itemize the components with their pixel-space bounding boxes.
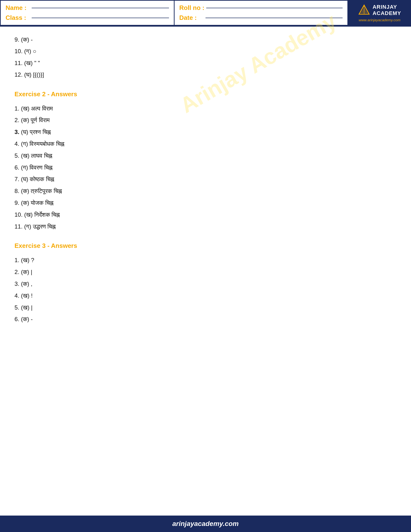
class-label: Class : bbox=[6, 14, 30, 21]
list-item: 6. (ग) विवरण चिह्न bbox=[15, 162, 396, 174]
class-line[interactable] bbox=[32, 18, 169, 18]
footer-url: arinjayacademy.com bbox=[172, 520, 239, 527]
list-item: 11. (ख) " " bbox=[15, 57, 396, 69]
date-label: Date : bbox=[179, 14, 204, 21]
list-item: 10. (ख) निर्देशक चिह्न bbox=[15, 209, 396, 221]
arinjay-logo-icon bbox=[358, 4, 370, 16]
list-item: 1. (ख) ? bbox=[15, 254, 396, 266]
list-item: 1. (ख) अल्प विराम bbox=[15, 103, 396, 115]
list-item: 5. (ख) | bbox=[15, 302, 396, 314]
list-item: 2. (क) | bbox=[15, 266, 396, 278]
rollno-line[interactable] bbox=[206, 8, 343, 8]
page-header: Name : Class : Roll no : Date : ARINJAY bbox=[0, 0, 411, 27]
list-item: 9. (क) - bbox=[15, 34, 396, 46]
logo-text: ARINJAY ACADEMY bbox=[373, 4, 401, 17]
exercise3-heading: Exercise 3 - Answers bbox=[15, 242, 396, 249]
list-item: 6. (क) - bbox=[15, 314, 396, 325]
list-item: 8. (क) त्रुटिपूरक चिह्न bbox=[15, 185, 396, 197]
name-line[interactable] bbox=[32, 8, 169, 8]
list-item: 11. (ग) उद्धरण चिह्न bbox=[15, 221, 396, 233]
list-item: 4. (ग) विस्मयबोधक चिह्न bbox=[15, 138, 396, 150]
header-rollno-date: Roll no : Date : bbox=[175, 0, 348, 26]
list-item: 7. (घ) कोष्ठक चिह्न bbox=[15, 173, 396, 185]
logo-academy: ACADEMY bbox=[373, 10, 401, 17]
name-label: Name : bbox=[6, 4, 30, 12]
logo-section: ARINJAY ACADEMY www.arinjayacademy.com bbox=[348, 0, 411, 26]
main-content: Arinjay Academy 9. (क) -10. (ग) ○11. (ख)… bbox=[0, 27, 411, 515]
list-item: 4. (ख) ! bbox=[15, 290, 396, 302]
logo-arinjay: ARINJAY bbox=[373, 4, 401, 10]
logo-url: www.arinjayacademy.com bbox=[359, 18, 400, 22]
list-item: 10. (ग) ○ bbox=[15, 46, 396, 57]
date-line[interactable] bbox=[206, 18, 343, 18]
header-name-class: Name : Class : bbox=[0, 0, 175, 26]
exercise2-heading: Exercise 2 - Answers bbox=[15, 90, 396, 98]
exercise3-list: 1. (ख) ?2. (क) |3. (क) ,4. (ख) !5. (ख) |… bbox=[15, 254, 396, 325]
exercise2-list: 1. (ख) अल्प विराम2. (क) पूर्ण विराम3. (घ… bbox=[15, 103, 396, 233]
list-item: 3. (क) , bbox=[15, 278, 396, 290]
list-item: 3. (घ) प्रश्न चिह्न bbox=[15, 126, 396, 138]
class-field: Class : bbox=[6, 14, 169, 21]
list-item: 5. (ख) लाघव चिह्न bbox=[15, 150, 396, 162]
list-item: 9. (क) योजक चिह्न bbox=[15, 197, 396, 209]
top-list: 9. (क) -10. (ग) ○11. (ख) " "12. (घ) [{()… bbox=[15, 34, 396, 81]
logo-top: ARINJAY ACADEMY bbox=[358, 4, 401, 17]
page-footer: arinjayacademy.com bbox=[0, 515, 411, 532]
rollno-label: Roll no : bbox=[179, 4, 205, 12]
list-item: 2. (क) पूर्ण विराम bbox=[15, 114, 396, 126]
rollno-field: Roll no : bbox=[179, 4, 343, 12]
list-item: 12. (घ) [{()}] bbox=[15, 69, 396, 81]
date-field: Date : bbox=[179, 14, 343, 21]
name-field: Name : bbox=[6, 4, 169, 12]
